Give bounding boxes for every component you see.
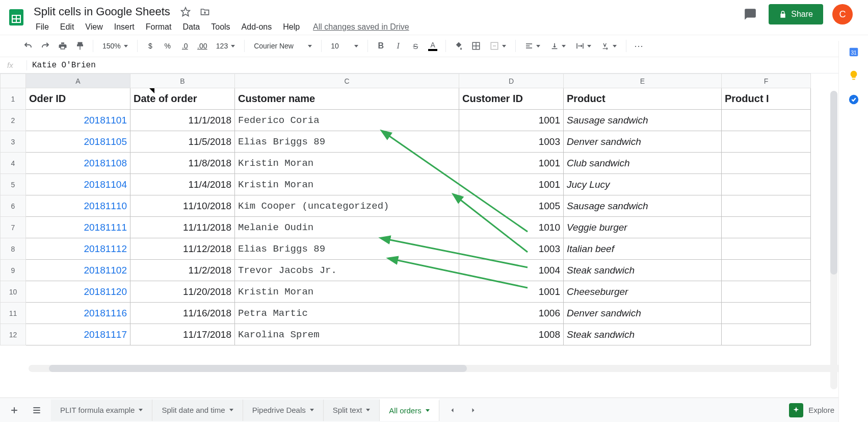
cell[interactable]: 20181101 — [26, 110, 130, 131]
keep-addon-icon[interactable] — [848, 70, 859, 83]
cell[interactable]: Elias Briggs 89 — [235, 238, 459, 260]
tab-scroll-right-icon[interactable] — [464, 401, 482, 419]
cell[interactable]: 20181102 — [26, 260, 130, 281]
cell[interactable]: 11/11/2018 — [130, 217, 235, 238]
cell[interactable]: 20181120 — [26, 281, 130, 303]
header-cell[interactable]: Customer ID — [459, 88, 564, 110]
cell[interactable]: 20181110 — [26, 195, 130, 217]
cell[interactable]: Karolina Sprem — [235, 324, 459, 345]
all-sheets-button[interactable] — [28, 401, 46, 419]
cell[interactable]: Denver sandwich — [564, 131, 722, 153]
menu-insert[interactable]: Insert — [109, 20, 140, 34]
cell[interactable]: 20181116 — [26, 303, 130, 324]
cell[interactable]: 20181105 — [26, 131, 130, 153]
cell[interactable]: Cheeseburger — [564, 281, 722, 303]
cell[interactable]: Federico Coria — [235, 110, 459, 131]
vertical-scrollbar[interactable] — [830, 91, 837, 389]
percent-format-button[interactable]: % — [160, 38, 175, 54]
tab-scroll-left-icon[interactable] — [443, 401, 462, 419]
cell[interactable]: 1001 — [459, 281, 564, 303]
select-all-corner[interactable] — [1, 74, 26, 88]
cell[interactable]: 1003 — [459, 238, 564, 260]
sheets-logo-icon[interactable] — [6, 4, 27, 31]
sheet-tab[interactable]: All orders — [380, 400, 439, 421]
cell[interactable]: 20181112 — [26, 238, 130, 260]
menu-file[interactable]: File — [31, 20, 54, 34]
strikethrough-button[interactable]: S — [408, 38, 423, 54]
sheet-tab[interactable]: Split date and time — [152, 400, 243, 421]
cell[interactable] — [722, 110, 811, 131]
cell[interactable]: 20181104 — [26, 174, 130, 195]
cell[interactable]: 11/4/2018 — [130, 174, 235, 195]
cell[interactable] — [722, 153, 811, 174]
cell[interactable] — [722, 324, 811, 345]
share-button[interactable]: Share — [769, 4, 823, 24]
tab-menu-icon[interactable] — [310, 409, 314, 411]
bold-button[interactable]: B — [373, 38, 388, 54]
currency-format-button[interactable]: $ — [143, 38, 158, 54]
menu-edit[interactable]: Edit — [55, 20, 80, 34]
horizontal-scrollbar[interactable] — [29, 365, 858, 372]
column-header-A[interactable]: A — [26, 74, 130, 88]
sheet-tab[interactable]: Split text — [324, 400, 380, 421]
undo-icon[interactable] — [20, 38, 36, 54]
row-header[interactable]: 1 — [1, 88, 26, 110]
tasks-addon-icon[interactable] — [848, 94, 859, 107]
tab-menu-icon[interactable] — [426, 409, 430, 412]
row-header[interactable]: 11 — [1, 303, 26, 324]
sheet-tab[interactable]: Pipedrive Deals — [243, 400, 324, 421]
cell[interactable]: Elias Briggs 89 — [235, 131, 459, 153]
cell[interactable] — [722, 131, 811, 153]
cell[interactable]: Sausage sandwich — [564, 110, 722, 131]
menu-add-ons[interactable]: Add-ons — [236, 20, 277, 34]
text-rotate-button[interactable] — [597, 38, 621, 54]
column-header-D[interactable]: D — [459, 74, 564, 88]
cell[interactable]: 1001 — [459, 153, 564, 174]
more-toolbar-button[interactable]: ⋯ — [632, 38, 647, 54]
cell[interactable]: 11/10/2018 — [130, 195, 235, 217]
save-status[interactable]: All changes saved in Drive — [313, 22, 409, 32]
move-folder-icon[interactable] — [198, 5, 212, 19]
cell[interactable]: 11/12/2018 — [130, 238, 235, 260]
tab-menu-icon[interactable] — [366, 409, 370, 411]
row-header[interactable]: 12 — [1, 324, 26, 345]
column-header-F[interactable]: F — [722, 74, 811, 88]
increase-decimal-button[interactable]: .00 — [195, 38, 210, 54]
cell[interactable]: 20181108 — [26, 153, 130, 174]
cell[interactable] — [722, 238, 811, 260]
font-select[interactable]: Courier New — [250, 38, 316, 54]
row-header[interactable]: 8 — [1, 238, 26, 260]
formula-input[interactable] — [32, 61, 868, 70]
cell[interactable]: 11/20/2018 — [130, 281, 235, 303]
cell[interactable]: Veggie burger — [564, 217, 722, 238]
calendar-addon-icon[interactable]: 31 — [848, 46, 859, 59]
paint-format-icon[interactable] — [72, 38, 88, 54]
fill-color-button[interactable] — [451, 38, 466, 54]
header-cell[interactable]: Customer name — [235, 88, 459, 110]
header-cell[interactable]: Product — [564, 88, 722, 110]
cell[interactable]: 1003 — [459, 131, 564, 153]
cell[interactable]: 11/2/2018 — [130, 260, 235, 281]
column-header-E[interactable]: E — [564, 74, 722, 88]
menu-help[interactable]: Help — [278, 20, 305, 34]
merge-cells-button[interactable] — [486, 38, 510, 54]
column-header-C[interactable]: C — [235, 74, 459, 88]
cell[interactable] — [722, 281, 811, 303]
row-header[interactable]: 9 — [1, 260, 26, 281]
tab-menu-icon[interactable] — [229, 409, 233, 411]
add-sheet-button[interactable] — [5, 401, 23, 419]
cell[interactable]: Kristin Moran — [235, 281, 459, 303]
tab-menu-icon[interactable] — [139, 409, 143, 411]
row-header[interactable]: 4 — [1, 153, 26, 174]
row-header[interactable]: 5 — [1, 174, 26, 195]
cell[interactable]: Jucy Lucy — [564, 174, 722, 195]
cell-note-indicator-icon[interactable] — [149, 88, 154, 93]
cell[interactable]: 1001 — [459, 174, 564, 195]
cell[interactable] — [722, 195, 811, 217]
header-cell[interactable]: Date of order — [130, 88, 235, 110]
text-color-button[interactable]: A — [425, 38, 440, 54]
cell[interactable]: Kim Cooper (uncategorized) — [235, 195, 459, 217]
comments-icon[interactable] — [741, 5, 759, 23]
cell[interactable]: Steak sandwich — [564, 324, 722, 345]
zoom-select[interactable]: 150% — [98, 38, 132, 54]
